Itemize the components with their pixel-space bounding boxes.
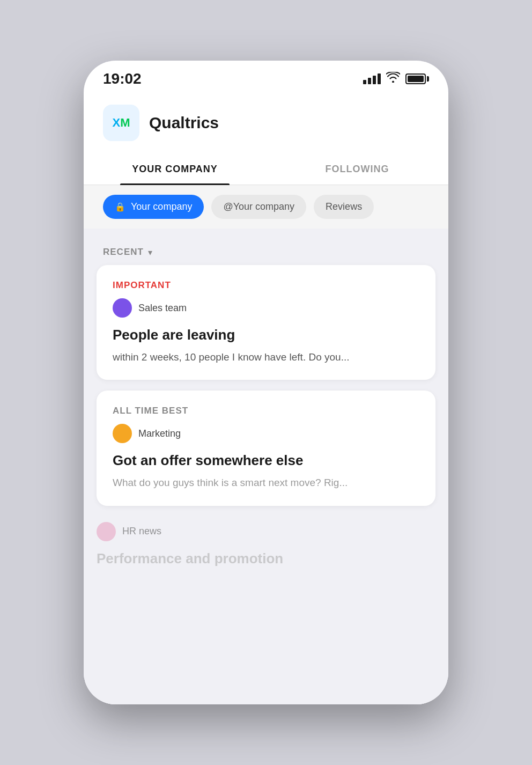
battery-icon: [405, 73, 429, 84]
xm-x: X: [112, 116, 120, 129]
source-name-hr: HR news: [122, 526, 161, 537]
card-preview-offer: What do you guys think is a smart next m…: [113, 475, 419, 491]
card-important[interactable]: IMPORTANT Sales team People are leaving …: [97, 265, 435, 380]
feed-section: RECENT ▾ IMPORTANT Sales team People are…: [84, 229, 448, 704]
chip-reviews[interactable]: Reviews: [314, 195, 374, 219]
chip-your-company[interactable]: 🔒 Your company: [103, 195, 204, 219]
card-title-performance: Performance and promotion: [97, 550, 429, 568]
avatar-hr-news: [97, 522, 116, 541]
card-preview-people-leaving: within 2 weeks, 10 people I know have le…: [113, 350, 419, 365]
signal-icon: [363, 73, 381, 84]
source-name-sales: Sales team: [138, 303, 187, 314]
chip-at-your-company[interactable]: @Your company: [211, 195, 306, 219]
card-title-offer: Got an offer somewhere else: [113, 452, 419, 470]
card-source-sales: Sales team: [113, 298, 419, 318]
xm-m: M: [120, 116, 130, 129]
app-logo: XM: [103, 105, 139, 141]
status-bar: 19:02: [84, 61, 448, 94]
card-hr-news[interactable]: HR news Performance and promotion: [97, 517, 435, 579]
card-badge-important: IMPORTANT: [113, 280, 419, 291]
avatar-sales-team: [113, 298, 132, 318]
app-content: XM Qualtrics YOUR COMPANY FOLLOWING 🔒 Yo…: [84, 94, 448, 704]
status-icons: [363, 72, 429, 86]
card-title-people-leaving: People are leaving: [113, 326, 419, 344]
lock-icon: 🔒: [115, 202, 125, 212]
section-label: RECENT: [103, 247, 144, 258]
tab-your-company[interactable]: YOUR COMPANY: [84, 154, 266, 185]
card-source-hr: HR news: [97, 522, 429, 541]
card-all-time-best[interactable]: ALL TIME BEST Marketing Got an offer som…: [97, 391, 435, 505]
app-header: XM Qualtrics: [84, 94, 448, 141]
filter-chips: 🔒 Your company @Your company Reviews: [84, 185, 448, 229]
card-badge-all-time: ALL TIME BEST: [113, 406, 419, 416]
avatar-marketing: [113, 424, 132, 443]
tab-following[interactable]: FOLLOWING: [266, 154, 448, 185]
section-header[interactable]: RECENT ▾: [97, 239, 435, 265]
source-name-marketing: Marketing: [138, 428, 181, 439]
status-time: 19:02: [103, 70, 142, 87]
card-source-marketing: Marketing: [113, 424, 419, 443]
xm-logo-text: XM: [112, 116, 130, 130]
wifi-icon: [386, 72, 400, 86]
nav-tabs: YOUR COMPANY FOLLOWING: [84, 154, 448, 185]
app-title: Qualtrics: [149, 114, 219, 132]
chevron-down-icon: ▾: [148, 247, 152, 258]
